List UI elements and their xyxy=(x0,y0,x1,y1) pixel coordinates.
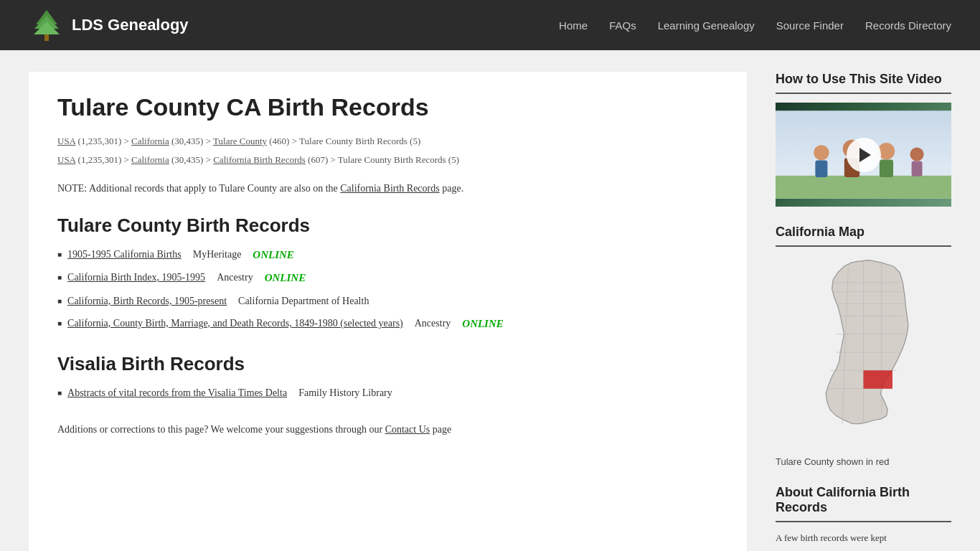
online-badge-3: ONLINE xyxy=(462,316,504,332)
map-caption: Tulare County shown in red xyxy=(776,456,951,467)
svg-point-15 xyxy=(910,147,923,161)
map-divider xyxy=(776,245,951,247)
svg-point-9 xyxy=(814,145,829,160)
nav-source[interactable]: Source Finder xyxy=(776,19,844,32)
record-link-visalia-times[interactable]: Abstracts of vital records from the Visa… xyxy=(67,385,287,400)
breadcrumb-tulare-county[interactable]: Tulare County xyxy=(213,136,267,146)
note-ca-birth-link[interactable]: California Birth Records xyxy=(340,183,439,194)
video-divider xyxy=(776,93,951,94)
nav-learning[interactable]: Learning Genealogy xyxy=(658,19,755,32)
main-nav: Home FAQs Learning Genealogy Source Find… xyxy=(559,19,951,32)
site-header: LDS Genealogy Home FAQs Learning Genealo… xyxy=(0,0,980,50)
breadcrumb-2: USA (1,235,301) > California (30,435) > … xyxy=(57,153,718,168)
svg-rect-8 xyxy=(776,176,951,199)
logo-area[interactable]: LDS Genealogy xyxy=(29,7,189,43)
about-divider xyxy=(776,521,951,522)
record-link-county-records[interactable]: California, County Birth, Marriage, and … xyxy=(67,316,403,331)
record-link-1905-births[interactable]: 1905-1995 California Births xyxy=(67,247,182,262)
video-section: How to Use This Site Video How to Use t.… xyxy=(776,72,951,207)
breadcrumb-usa-2[interactable]: USA xyxy=(57,154,75,165)
list-item: California, County Birth, Marriage, and … xyxy=(57,316,718,332)
list-item: 1905-1995 California Births MyHeritage O… xyxy=(57,247,718,263)
video-section-heading: How to Use This Site Video xyxy=(776,72,951,87)
contact-us-link[interactable]: Contact Us xyxy=(385,424,430,435)
nav-home[interactable]: Home xyxy=(559,19,588,32)
breadcrumb-california-1[interactable]: California xyxy=(131,136,169,146)
sidebar: How to Use This Site Video How to Use t.… xyxy=(776,72,951,551)
svg-rect-14 xyxy=(880,159,893,177)
list-item: California Birth Index, 1905-1995 Ancest… xyxy=(57,270,718,286)
about-text: A few birth records were kept xyxy=(776,531,951,546)
california-map: Tulare County shown in red xyxy=(776,255,951,467)
list-item: California, Birth Records, 1905-present … xyxy=(57,293,718,309)
list-item: Abstracts of vital records from the Visa… xyxy=(57,385,718,400)
video-thumbnail[interactable]: How to Use t... ⋮ xyxy=(776,103,951,207)
svg-rect-16 xyxy=(912,161,923,176)
section-title-visalia: Visalia Birth Records xyxy=(57,353,718,375)
online-badge-1: ONLINE xyxy=(253,247,294,263)
ca-map-svg xyxy=(776,255,951,449)
page-wrapper: Tulare County CA Birth Records USA (1,23… xyxy=(0,50,980,551)
svg-rect-10 xyxy=(815,160,827,176)
tulare-record-list: 1905-1995 California Births MyHeritage O… xyxy=(57,247,718,332)
breadcrumb-ca-birth-records[interactable]: California Birth Records xyxy=(213,154,306,165)
play-button[interactable] xyxy=(847,138,881,172)
breadcrumb-usa-1[interactable]: USA xyxy=(57,136,75,146)
record-link-birth-index[interactable]: California Birth Index, 1905-1995 xyxy=(67,270,205,285)
map-section-heading: California Map xyxy=(776,225,951,240)
visalia-record-list: Abstracts of vital records from the Visa… xyxy=(57,385,718,400)
breadcrumb-1: USA (1,235,301) > California (30,435) > … xyxy=(57,134,718,149)
note-text: NOTE: Additional records that apply to T… xyxy=(57,181,718,197)
map-section: California Map xyxy=(776,225,951,467)
breadcrumb-california-2[interactable]: California xyxy=(131,154,169,165)
logo-tree-icon xyxy=(29,7,65,43)
section-title-tulare: Tulare County Birth Records xyxy=(57,215,718,237)
page-title: Tulare County CA Birth Records xyxy=(57,93,718,121)
logo-text: LDS Genealogy xyxy=(72,16,189,34)
main-content: Tulare County CA Birth Records USA (1,23… xyxy=(29,72,747,551)
nav-faqs[interactable]: FAQs xyxy=(609,19,636,32)
about-section-heading: About California Birth Records xyxy=(776,485,951,515)
record-link-birth-records-1905[interactable]: California, Birth Records, 1905-present xyxy=(67,293,227,309)
nav-records[interactable]: Records Directory xyxy=(865,19,951,32)
about-section: About California Birth Records A few bir… xyxy=(776,485,951,546)
online-badge-2: ONLINE xyxy=(265,270,306,286)
additions-text: Additions or corrections to this page? W… xyxy=(57,422,718,438)
